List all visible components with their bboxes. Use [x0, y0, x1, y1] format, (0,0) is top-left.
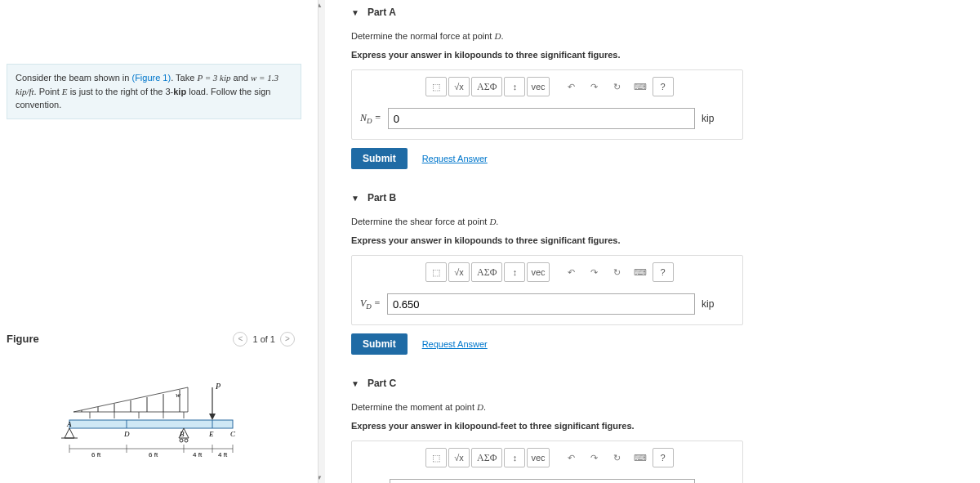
svg-text:A: A — [66, 420, 72, 428]
part-a-variable: ND = — [360, 112, 381, 125]
svg-text:w: w — [176, 391, 180, 399]
sqrt-button[interactable]: √x — [448, 262, 470, 282]
svg-text:E: E — [208, 430, 214, 438]
part-a-header[interactable]: ▼ Part A — [351, 0, 964, 25]
svg-text:C: C — [230, 430, 236, 438]
help-button[interactable]: ? — [653, 77, 674, 96]
part-b-answer-block: ⬚ √x ΑΣΦ ↕ vec ↶ ↷ ↻ ⌨ ? VD = kip — [351, 255, 743, 325]
part-c-answer-block: ⬚ √x ΑΣΦ ↕ vec ↶ ↷ ↻ ⌨ ? MD = kip · ft — [351, 441, 743, 483]
reset-icon[interactable]: ↻ — [607, 448, 628, 467]
scroll-down-icon: ▼ — [318, 474, 323, 481]
undo-icon[interactable]: ↶ — [561, 77, 582, 96]
part-c-header[interactable]: ▼ Part C — [351, 371, 964, 396]
redo-icon[interactable]: ↷ — [584, 77, 605, 96]
keyboard-icon[interactable]: ⌨ — [630, 448, 651, 467]
svg-point-21 — [180, 439, 183, 442]
part-b-submit-button[interactable]: Submit — [351, 333, 408, 355]
part-b-prompt: Determine the shear force at point D. — [351, 215, 964, 229]
scrollbar[interactable]: ▲ ▼ — [318, 0, 325, 483]
reset-icon[interactable]: ↻ — [607, 77, 628, 96]
templates-button[interactable]: ⬚ — [425, 77, 447, 96]
part-b-request-answer[interactable]: Request Answer — [422, 339, 488, 349]
part-a-answer-block: ⬚ √x ΑΣΦ ↕ vec ↶ ↷ ↻ ⌨ ? ND = kip — [351, 69, 743, 140]
updown-button[interactable]: ↕ — [504, 262, 525, 282]
vec-button[interactable]: vec — [527, 448, 549, 467]
svg-text:6 ft: 6 ft — [149, 451, 158, 458]
caret-down-icon: ▼ — [351, 379, 359, 388]
part-c-input[interactable] — [390, 479, 695, 483]
vec-button[interactable]: vec — [527, 262, 549, 282]
help-button[interactable]: ? — [653, 448, 674, 467]
greek-button[interactable]: ΑΣΦ — [471, 448, 502, 467]
problem-statement: Consider the beam shown in (Figure 1). T… — [7, 64, 301, 119]
svg-marker-18 — [65, 428, 74, 438]
templates-button[interactable]: ⬚ — [425, 262, 447, 282]
part-b-direction: Express your answer in kilopounds to thr… — [351, 234, 964, 248]
part-b-variable: VD = — [360, 297, 381, 311]
templates-button[interactable]: ⬚ — [425, 448, 447, 467]
keyboard-icon[interactable]: ⌨ — [630, 262, 651, 282]
pager-next[interactable]: > — [280, 332, 295, 347]
svg-text:B: B — [180, 430, 185, 438]
part-b-input[interactable] — [387, 293, 695, 315]
updown-button[interactable]: ↕ — [504, 77, 525, 96]
beam-figure: P w A D B E C 6 ft 6 ft 4 — [57, 379, 245, 469]
part-a-prompt: Determine the normal force at point D. — [351, 29, 964, 43]
redo-icon[interactable]: ↷ — [584, 262, 605, 282]
part-a-request-answer[interactable]: Request Answer — [422, 154, 488, 163]
svg-point-22 — [185, 439, 188, 442]
svg-text:D: D — [123, 430, 130, 438]
pager-prev[interactable]: < — [233, 332, 247, 347]
svg-text:4 ft: 4 ft — [218, 451, 228, 458]
redo-icon[interactable]: ↷ — [584, 448, 605, 467]
vec-button[interactable]: vec — [527, 77, 549, 96]
sqrt-button[interactable]: √x — [448, 448, 470, 467]
figure-pager: < 1 of 1 > — [233, 332, 295, 347]
greek-button[interactable]: ΑΣΦ — [471, 77, 502, 96]
reset-icon[interactable]: ↻ — [607, 262, 628, 282]
part-a-input[interactable] — [388, 108, 695, 129]
pager-text: 1 of 1 — [252, 334, 275, 344]
part-a-unit: kip — [702, 113, 734, 124]
scroll-up-icon: ▲ — [318, 2, 323, 9]
undo-icon[interactable]: ↶ — [561, 448, 582, 467]
updown-button[interactable]: ↕ — [504, 448, 525, 467]
part-c-prompt: Determine the moment at point D. — [351, 400, 964, 414]
svg-text:6 ft: 6 ft — [91, 451, 101, 458]
figure-link[interactable]: (Figure 1) — [131, 73, 171, 83]
svg-marker-15 — [209, 414, 216, 420]
keyboard-icon[interactable]: ⌨ — [630, 77, 651, 96]
greek-button[interactable]: ΑΣΦ — [471, 262, 502, 282]
sqrt-button[interactable]: √x — [448, 77, 470, 96]
svg-rect-13 — [69, 420, 233, 428]
svg-text:4 ft: 4 ft — [193, 451, 203, 458]
caret-down-icon: ▼ — [351, 8, 359, 17]
part-b-unit: kip — [702, 298, 734, 310]
svg-text:P: P — [215, 382, 220, 391]
figure-title: Figure — [7, 333, 39, 345]
part-b-header[interactable]: ▼ Part B — [351, 186, 964, 210]
help-button[interactable]: ? — [653, 262, 674, 282]
caret-down-icon: ▼ — [351, 194, 359, 203]
part-c-direction: Express your answer in kilopound-feet to… — [351, 419, 964, 433]
undo-icon[interactable]: ↶ — [561, 262, 582, 282]
part-a-submit-button[interactable]: Submit — [351, 148, 408, 169]
part-a-direction: Express your answer in kilopounds to thr… — [351, 48, 964, 62]
